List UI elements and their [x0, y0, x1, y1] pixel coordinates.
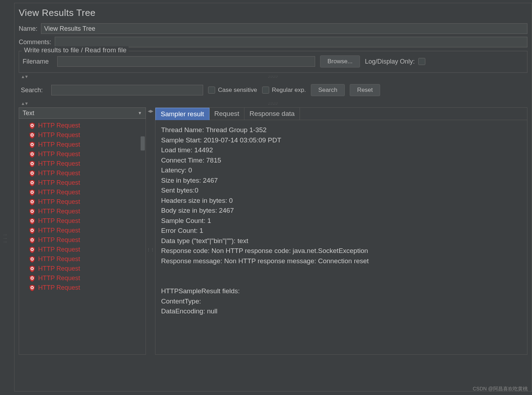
tree-item[interactable]: HTTP Request — [19, 130, 146, 140]
splitter-arrows-icon: ◀▶ — [148, 109, 153, 113]
tree-item-label: HTTP Request — [38, 198, 80, 206]
error-shield-icon — [29, 189, 35, 196]
search-row: Search: Case sensitive Regular exp. Sear… — [19, 81, 527, 100]
tree-item-label: HTTP Request — [38, 236, 80, 244]
tab-request[interactable]: Request — [209, 108, 245, 120]
error-shield-icon — [29, 179, 35, 187]
tab-sampler-result[interactable]: Sampler result — [155, 108, 209, 120]
error-shield-icon — [29, 246, 35, 253]
main-panel: View Results Tree Name: Comments: Write … — [14, 3, 532, 391]
splitter-grip-icon: ⋮⋮ — [147, 248, 154, 252]
tree-item[interactable]: HTTP Request — [19, 235, 146, 245]
error-shield-icon — [29, 275, 35, 282]
error-shield-icon — [29, 199, 35, 206]
splitter-bar-1[interactable]: ▲▼ ∴∵∴∵ — [19, 74, 527, 79]
results-tree[interactable]: HTTP RequestHTTP RequestHTTP RequestHTTP… — [19, 119, 146, 355]
tree-item-label: HTTP Request — [38, 160, 80, 167]
name-row: Name: — [19, 23, 527, 34]
search-button[interactable]: Search — [311, 84, 345, 96]
tree-item[interactable]: HTTP Request — [19, 140, 146, 149]
error-shield-icon — [29, 151, 35, 158]
sampler-result-body: Thread Name: Thread Group 1-352 Sample S… — [155, 120, 527, 354]
splitter-arrows-icon: ▲▼ — [21, 74, 28, 79]
renderer-dropdown[interactable]: Text ▼ — [19, 107, 146, 119]
filename-input[interactable] — [57, 56, 315, 67]
file-legend: Write results to file / Read from file — [22, 46, 129, 54]
vertical-splitter[interactable]: ◀▶ ⋮⋮ — [148, 107, 153, 355]
error-shield-icon — [29, 237, 35, 244]
regex-label: Regular exp. — [272, 87, 306, 94]
tree-item[interactable]: HTTP Request — [19, 245, 146, 254]
dropdown-value: Text — [23, 110, 34, 117]
file-fieldset: Write results to file / Read from file F… — [19, 51, 527, 73]
tree-item[interactable]: HTTP Request — [19, 178, 146, 188]
tree-item-label: HTTP Request — [38, 265, 80, 272]
tab-response-data[interactable]: Response data — [244, 108, 300, 120]
tree-item-label: HTTP Request — [38, 284, 80, 291]
splitter-grip-icon: ∴∵∴∵ — [268, 102, 278, 106]
error-shield-icon — [29, 160, 35, 167]
tree-item[interactable]: HTTP Request — [19, 159, 146, 169]
left-pane: Text ▼ HTTP RequestHTTP RequestHTTP Requ… — [19, 107, 146, 355]
scrollbar-thumb[interactable] — [141, 136, 145, 151]
tree-item[interactable]: HTTP Request — [19, 149, 146, 159]
tree-item[interactable]: HTTP Request — [19, 254, 146, 264]
tree-item-label: HTTP Request — [38, 170, 80, 177]
tree-item[interactable]: HTTP Request — [19, 207, 146, 216]
tree-item[interactable]: HTTP Request — [19, 273, 146, 283]
tree-item[interactable]: HTTP Request — [19, 169, 146, 178]
regex-checkbox[interactable] — [262, 87, 269, 94]
search-label: Search: — [21, 87, 43, 94]
page-title: View Results Tree — [19, 7, 527, 18]
left-splitter-grip[interactable]: ⋮⋮⋮ — [4, 233, 7, 244]
browse-button[interactable]: Browse... — [320, 55, 360, 67]
tree-item-label: HTTP Request — [38, 122, 80, 129]
search-input[interactable] — [51, 85, 203, 95]
comments-input[interactable] — [55, 37, 527, 47]
tree-item-label: HTTP Request — [38, 189, 80, 196]
lower-split: Text ▼ HTTP RequestHTTP RequestHTTP Requ… — [19, 107, 527, 355]
tree-item-label: HTTP Request — [38, 141, 80, 148]
right-pane: Sampler result Request Response data Thr… — [155, 107, 527, 355]
tree-item-label: HTTP Request — [38, 275, 80, 282]
tree-item-label: HTTP Request — [38, 131, 80, 139]
tree-item-label: HTTP Request — [38, 151, 80, 158]
tree-item[interactable]: HTTP Request — [19, 121, 146, 130]
tree-item-label: HTTP Request — [38, 227, 80, 234]
tree-item-label: HTTP Request — [38, 217, 80, 225]
tree-item[interactable]: HTTP Request — [19, 264, 146, 273]
tree-item[interactable]: HTTP Request — [19, 188, 146, 197]
logdisplay-label: Log/Display Only: — [365, 58, 415, 65]
tree-item[interactable]: HTTP Request — [19, 197, 146, 207]
error-shield-icon — [29, 132, 35, 139]
splitter-bar-2[interactable]: ▲▼ ∴∵∴∵ — [19, 101, 527, 106]
error-shield-icon — [29, 122, 35, 129]
name-label: Name: — [19, 25, 37, 33]
tree-item-label: HTTP Request — [38, 246, 80, 253]
filename-label: Filename — [23, 58, 49, 65]
case-sensitive-checkbox[interactable] — [208, 87, 215, 94]
logdisplay-checkbox[interactable] — [418, 58, 425, 65]
tree-item[interactable]: HTTP Request — [19, 283, 146, 293]
error-shield-icon — [29, 141, 35, 148]
chevron-down-icon: ▼ — [138, 111, 142, 116]
error-shield-icon — [29, 256, 35, 263]
error-shield-icon — [29, 284, 35, 291]
tree-item[interactable]: HTTP Request — [19, 226, 146, 235]
tree-item[interactable]: HTTP Request — [19, 216, 146, 226]
error-shield-icon — [29, 208, 35, 215]
error-shield-icon — [29, 170, 35, 177]
splitter-grip-icon: ∴∵∴∵ — [268, 75, 278, 79]
splitter-arrows-icon: ▲▼ — [21, 101, 28, 106]
result-tabs: Sampler result Request Response data — [155, 108, 527, 120]
tree-item-label: HTTP Request — [38, 255, 80, 263]
error-shield-icon — [29, 218, 35, 225]
comments-label: Comments: — [19, 39, 51, 46]
error-shield-icon — [29, 227, 35, 234]
name-input[interactable] — [41, 23, 527, 34]
case-sensitive-label: Case sensitive — [218, 87, 257, 94]
error-shield-icon — [29, 265, 35, 272]
tree-item-label: HTTP Request — [38, 208, 80, 215]
tree-item-label: HTTP Request — [38, 179, 80, 187]
reset-button[interactable]: Reset — [350, 84, 380, 96]
